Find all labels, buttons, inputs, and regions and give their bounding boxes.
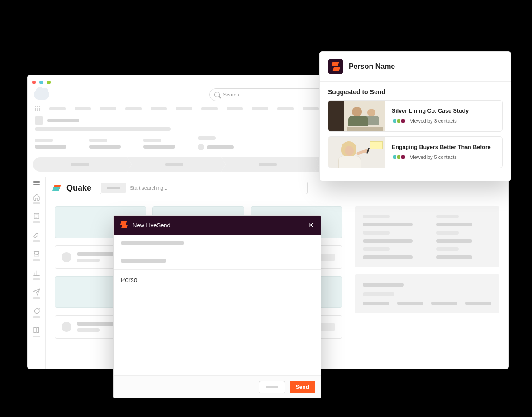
window-close-dot[interactable] <box>32 81 36 84</box>
paper-plane-icon <box>33 288 40 296</box>
modal-body[interactable]: Perso <box>114 270 321 375</box>
modal-subject-row[interactable] <box>114 252 321 270</box>
sidebar-item-analytics[interactable] <box>33 269 40 280</box>
record-title <box>35 127 171 131</box>
quake-search[interactable]: Start searching... <box>100 182 308 194</box>
sidebar-toggle[interactable] <box>33 181 40 185</box>
nav-item[interactable] <box>100 107 116 110</box>
contact-avatars-icon <box>392 154 406 160</box>
send-button[interactable]: Send <box>290 381 315 393</box>
app-mark-icon <box>120 221 128 229</box>
sidebar-item-chat[interactable] <box>33 307 40 318</box>
quake-logo: Quake <box>53 183 91 193</box>
app-launcher-icon[interactable] <box>35 106 40 111</box>
right-column <box>355 206 499 339</box>
svg-rect-1 <box>34 328 36 333</box>
suggestion-meta-text: Viewed by 3 contacts <box>410 118 457 124</box>
content-thumbnail <box>328 137 385 168</box>
menu-icon <box>33 181 40 185</box>
person-suggestion-card: Person Name Suggested to Send Silver Lin… <box>319 51 511 181</box>
avatar <box>62 322 71 332</box>
nav-item[interactable] <box>201 107 218 110</box>
window-max-dot[interactable] <box>47 81 51 84</box>
quake-sidebar <box>28 177 46 369</box>
cloud-logo-icon <box>34 90 49 100</box>
compose-text: Perso <box>121 276 138 283</box>
stage-step[interactable] <box>221 157 315 172</box>
new-livesend-modal: New LiveSend Perso Send <box>113 215 321 398</box>
suggestion-title: Silver Lining Co. Case Study <box>392 108 496 114</box>
nav-item[interactable] <box>125 107 142 110</box>
sidebar-item-tools[interactable] <box>33 231 40 242</box>
library-icon <box>33 326 40 334</box>
sidebar-item-send[interactable] <box>33 288 40 299</box>
nav-item[interactable] <box>176 107 192 110</box>
suggestion-item[interactable]: Engaging Buyers Better Than Before Viewe… <box>328 136 503 168</box>
modal-footer: Send <box>114 375 321 398</box>
person-name: Person Name <box>349 62 395 71</box>
app-badge-icon <box>328 59 343 74</box>
modal-recipient-row[interactable] <box>114 235 321 252</box>
window-min-dot[interactable] <box>39 81 43 84</box>
modal-title: New LiveSend <box>133 222 171 229</box>
content-thumbnail <box>328 101 385 131</box>
wrench-icon <box>33 231 40 239</box>
nav-item[interactable] <box>303 107 319 110</box>
nav-item[interactable] <box>49 107 66 110</box>
secondary-button[interactable] <box>259 381 285 393</box>
card-header: Person Name <box>320 52 511 82</box>
nav-item[interactable] <box>151 107 167 110</box>
info-panel <box>355 206 499 267</box>
close-icon[interactable] <box>307 221 314 229</box>
quake-mark-icon <box>53 184 64 192</box>
nav-item[interactable] <box>252 107 268 110</box>
info-panel <box>355 274 499 313</box>
section-title: Suggested to Send <box>320 82 511 100</box>
chat-icon <box>33 307 40 315</box>
suggestion-title: Engaging Buyers Better Than Before <box>392 144 496 150</box>
suggestion-meta-text: Viewed by 5 contacts <box>410 154 457 160</box>
record-type-icon <box>35 116 43 125</box>
search-filter-button[interactable] <box>101 183 126 193</box>
sidebar-item-home[interactable] <box>33 193 40 204</box>
stage-step[interactable] <box>127 157 221 172</box>
sidebar-item-notes[interactable] <box>33 212 40 223</box>
contact-avatars-icon <box>392 118 406 124</box>
suggestion-meta: Viewed by 5 contacts <box>392 154 496 160</box>
nav-item[interactable] <box>277 107 294 110</box>
nav-item[interactable] <box>75 107 91 110</box>
stage-step[interactable] <box>33 157 127 172</box>
suggestion-meta: Viewed by 3 contacts <box>392 118 496 124</box>
quake-brand-text: Quake <box>66 183 91 193</box>
search-placeholder: Search... <box>223 92 243 97</box>
nav-item[interactable] <box>227 107 243 110</box>
modal-header: New LiveSend <box>114 216 321 235</box>
suggestion-item[interactable]: Silver Lining Co. Case Study Viewed by 3… <box>328 100 503 132</box>
search-icon <box>214 92 220 97</box>
sidebar-item-inbox[interactable] <box>33 250 40 261</box>
inbox-icon <box>33 250 40 258</box>
avatar <box>62 252 71 262</box>
svg-rect-2 <box>37 328 39 333</box>
quake-search-placeholder: Start searching... <box>130 185 167 191</box>
note-icon <box>33 212 40 220</box>
home-icon <box>33 193 40 201</box>
bar-chart-icon <box>33 269 40 277</box>
record-label <box>48 119 79 122</box>
sidebar-item-library[interactable] <box>33 326 40 337</box>
